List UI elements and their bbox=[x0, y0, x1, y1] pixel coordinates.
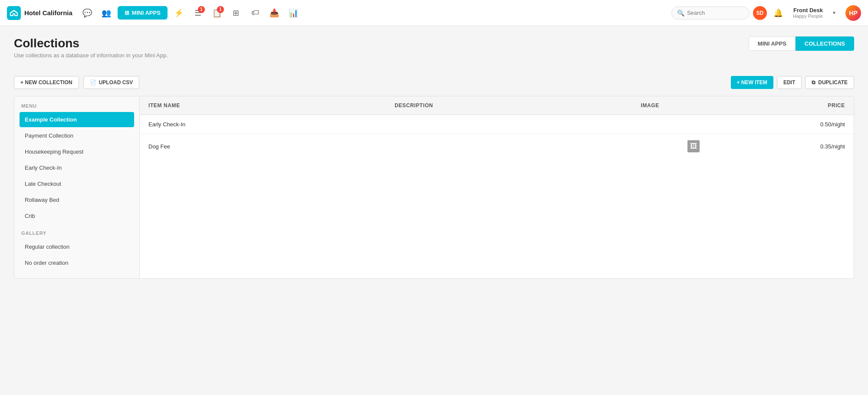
tab-mini-apps[interactable]: MINI APPS bbox=[749, 36, 796, 51]
duplicate-icon: ⧉ bbox=[812, 79, 815, 86]
page-header: Collections Use collections as a databas… bbox=[14, 36, 168, 59]
menu-section-label: MENU bbox=[20, 103, 134, 109]
cell-price-2: 0.35/night bbox=[755, 137, 854, 156]
tasks-badge: 1 bbox=[198, 6, 205, 13]
user-status-badge: SD bbox=[753, 6, 767, 20]
new-item-button[interactable]: + NEW ITEM bbox=[731, 76, 773, 89]
sidebar-item-rollaway-bed[interactable]: Rollaway Bed bbox=[20, 192, 134, 207]
collections-table: Item Name Description Image Price Early … bbox=[140, 96, 854, 279]
user-section: Front Desk Happy People ▼ HP bbox=[793, 5, 861, 21]
csv-icon: 📄 bbox=[90, 79, 96, 86]
chat-icon[interactable]: 💬 bbox=[79, 5, 95, 21]
menu-section: MENU Example Collection Payment Collecti… bbox=[20, 103, 134, 224]
col-header-image: Image bbox=[632, 96, 755, 115]
new-collection-button[interactable]: + NEW COLLECTION bbox=[14, 76, 79, 89]
image-thumbnail: 🖼 bbox=[687, 140, 700, 152]
table-row: Dog Fee 🖼 0.35/night bbox=[140, 134, 854, 158]
hotel-name: Hotel California bbox=[24, 9, 72, 16]
duplicate-button[interactable]: ⧉ DUPLICATE bbox=[805, 76, 854, 89]
sidebar: MENU Example Collection Payment Collecti… bbox=[14, 96, 140, 279]
toolbar-right: + NEW ITEM EDIT ⧉ DUPLICATE bbox=[731, 76, 854, 89]
sidebar-item-housekeeping-request[interactable]: Housekeeping Request bbox=[20, 144, 134, 159]
tasks-icon-wrapper[interactable]: ☰ 1 bbox=[190, 5, 206, 21]
user-role: Happy People bbox=[793, 13, 823, 19]
cell-item-name-2: Dog Fee bbox=[140, 137, 386, 156]
page-header-row: Collections Use collections as a databas… bbox=[14, 36, 854, 67]
top-nav: Hotel California 💬 👥 ⊞ MINI APPS ⚡ ☰ 1 📋… bbox=[0, 0, 868, 26]
inbox-icon[interactable]: 📥 bbox=[266, 5, 282, 21]
cell-description-2 bbox=[386, 140, 632, 152]
sidebar-item-crib[interactable]: Crib bbox=[20, 208, 134, 224]
search-box[interactable]: 🔍 bbox=[671, 7, 750, 20]
gallery-section: GALLERY Regular collection No order crea… bbox=[20, 230, 134, 270]
cell-image-1 bbox=[632, 118, 755, 131]
cell-image-2: 🖼 bbox=[632, 134, 755, 158]
mini-apps-button[interactable]: ⊞ MINI APPS bbox=[118, 6, 168, 20]
cell-price-1: 0.50/night bbox=[755, 115, 854, 134]
sidebar-item-late-checkout[interactable]: Late Checkout bbox=[20, 176, 134, 191]
tags-icon[interactable]: 🏷 bbox=[247, 5, 263, 21]
orders-badge: 1 bbox=[217, 6, 224, 13]
toolbar: + NEW COLLECTION 📄 UPLOAD CSV + NEW ITEM… bbox=[14, 76, 854, 89]
user-name: Front Desk bbox=[793, 7, 823, 13]
table-header: Item Name Description Image Price bbox=[140, 96, 854, 115]
sidebar-item-example-collection[interactable]: Example Collection bbox=[20, 112, 134, 127]
sidebar-item-early-checkin[interactable]: Early Check-In bbox=[20, 160, 134, 175]
tab-collections[interactable]: COLLECTIONS bbox=[796, 36, 854, 51]
avatar: HP bbox=[845, 5, 861, 21]
cell-description-1 bbox=[386, 118, 632, 131]
upload-csv-button[interactable]: 📄 UPLOAD CSV bbox=[83, 76, 140, 89]
page-title: Collections bbox=[14, 36, 168, 50]
sidebar-item-regular-collection[interactable]: Regular collection bbox=[20, 239, 134, 254]
col-header-price: Price bbox=[755, 96, 854, 115]
search-icon: 🔍 bbox=[677, 10, 684, 16]
grid-icon: ⊞ bbox=[125, 10, 129, 16]
col-header-item-name: Item Name bbox=[140, 96, 386, 115]
page-tabs: MINI APPS COLLECTIONS bbox=[749, 36, 854, 51]
gallery-section-label: GALLERY bbox=[20, 230, 134, 236]
edit-button[interactable]: EDIT bbox=[777, 76, 802, 89]
chevron-down-icon[interactable]: ▼ bbox=[826, 5, 842, 21]
sidebar-item-no-order-creation[interactable]: No order creation bbox=[20, 255, 134, 270]
table-row: Early Check-In 0.50/night bbox=[140, 115, 854, 134]
orders-icon-wrapper[interactable]: 📋 1 bbox=[209, 5, 225, 21]
flash-icon[interactable]: ⚡ bbox=[171, 5, 187, 21]
cell-item-name-1: Early Check-In bbox=[140, 115, 386, 134]
page-wrapper: Collections Use collections as a databas… bbox=[0, 26, 868, 289]
people-icon[interactable]: 👥 bbox=[99, 5, 114, 21]
chart-icon[interactable]: 📊 bbox=[286, 5, 301, 21]
main-content: MENU Example Collection Payment Collecti… bbox=[14, 96, 854, 279]
calendar-icon[interactable]: ⊞ bbox=[228, 5, 244, 21]
col-header-description: Description bbox=[386, 96, 632, 115]
bell-icon[interactable]: 🔔 bbox=[770, 5, 786, 21]
sidebar-item-payment-collection[interactable]: Payment Collection bbox=[20, 128, 134, 143]
page-subtitle: Use collections as a database of informa… bbox=[14, 52, 168, 59]
search-input[interactable] bbox=[687, 10, 739, 16]
app-logo bbox=[7, 6, 21, 20]
toolbar-left: + NEW COLLECTION 📄 UPLOAD CSV bbox=[14, 76, 139, 89]
